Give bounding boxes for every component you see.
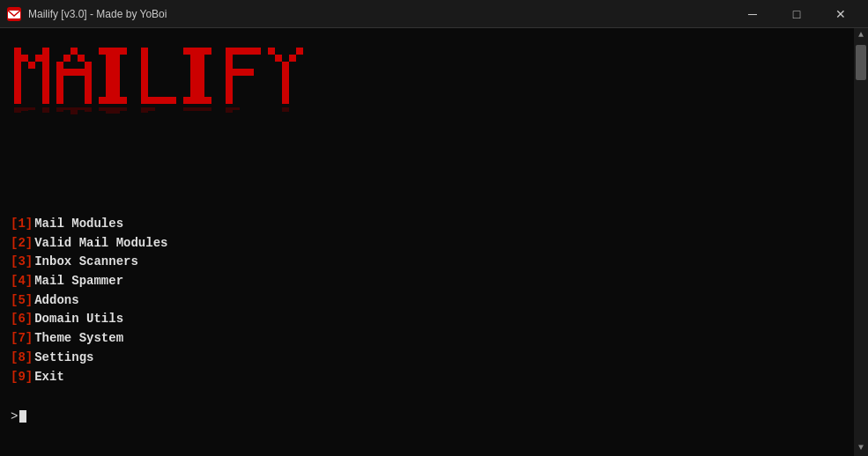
svg-rect-16	[42, 69, 49, 76]
svg-rect-28	[70, 69, 78, 76]
prompt-symbol: >	[11, 409, 18, 423]
svg-rect-72	[226, 83, 233, 90]
window-title: Mailify [v3.0] - Made by YoBoi	[28, 8, 167, 20]
menu-item-3[interactable]: [3]Inbox Scanners	[11, 253, 843, 272]
svg-rect-27	[63, 69, 70, 76]
svg-rect-50	[141, 69, 148, 76]
svg-rect-40	[106, 55, 120, 62]
bracket-close-7: ]	[26, 329, 33, 349]
menu-item-9[interactable]: [9]Exit	[11, 368, 843, 387]
svg-rect-17	[42, 76, 49, 83]
svg-rect-32	[85, 76, 92, 83]
svg-rect-3	[14, 55, 21, 62]
cursor	[19, 410, 26, 423]
svg-rect-49	[141, 62, 148, 69]
svg-rect-95	[42, 107, 49, 113]
logo-container: .px { fill: #cc0000; } .pxd { fill: #550…	[11, 37, 843, 197]
window-controls: ─ □ ✕	[732, 0, 861, 28]
svg-rect-33	[56, 83, 63, 90]
menu-item-4[interactable]: [4]Mail Spammer	[11, 272, 843, 291]
svg-rect-30	[85, 69, 92, 76]
svg-rect-19	[42, 90, 49, 97]
svg-rect-10	[21, 55, 28, 62]
svg-rect-9	[14, 97, 21, 104]
svg-rect-20	[42, 97, 49, 104]
menu-item-6[interactable]: [6]Domain Utils	[11, 310, 843, 329]
svg-rect-58	[169, 97, 176, 104]
menu-number-1: 1	[18, 215, 25, 234]
svg-rect-71	[226, 76, 233, 83]
svg-rect-96	[56, 107, 63, 112]
menu-item-8[interactable]: [8]Settings	[11, 349, 843, 368]
svg-rect-26	[56, 69, 63, 76]
svg-rect-69	[226, 62, 233, 69]
svg-rect-77	[247, 48, 254, 55]
menu-label-4: Mail Spammer	[34, 272, 123, 291]
minimize-button[interactable]: ─	[732, 0, 773, 28]
svg-rect-98	[99, 107, 127, 111]
svg-rect-18	[42, 83, 49, 90]
menu-label-6: Domain Utils	[34, 310, 123, 329]
menu-item-2[interactable]: [2]Valid Mail Modules	[11, 234, 843, 254]
menu-number-6: 6	[18, 310, 25, 329]
svg-rect-79	[233, 69, 240, 76]
svg-rect-42	[106, 69, 120, 76]
scrollbar-thumb[interactable]	[856, 45, 866, 80]
terminal[interactable]: .px { fill: #cc0000; } .pxd { fill: #550…	[0, 28, 854, 456]
svg-rect-73	[226, 90, 233, 97]
svg-rect-43	[106, 76, 120, 83]
bracket-open-8: [	[11, 349, 18, 368]
scrollbar-down-arrow[interactable]: ▼	[858, 443, 864, 452]
bracket-open-9: [	[11, 368, 18, 387]
svg-rect-36	[85, 90, 92, 97]
svg-rect-37	[56, 97, 63, 104]
menu: [1]Mail Modules [2]Valid Mail Modules [3…	[11, 211, 843, 393]
bracket-open-1: [	[11, 215, 18, 234]
svg-rect-93	[21, 107, 28, 111]
svg-rect-103	[226, 107, 233, 113]
svg-rect-41	[106, 62, 120, 69]
svg-rect-44	[106, 83, 120, 90]
svg-rect-108	[63, 107, 70, 110]
bracket-close-2: ]	[26, 234, 33, 254]
svg-rect-107	[70, 112, 78, 114]
svg-rect-15	[42, 62, 49, 69]
svg-rect-74	[226, 97, 233, 104]
svg-rect-85	[289, 55, 296, 62]
svg-rect-86	[282, 62, 289, 69]
svg-rect-14	[42, 55, 49, 62]
close-button[interactable]: ✕	[820, 0, 861, 28]
scrollbar[interactable]: ▲ ▼	[854, 28, 868, 456]
svg-rect-13	[42, 48, 49, 55]
bracket-close-1: ]	[26, 215, 33, 234]
menu-label-7: Theme System	[34, 329, 123, 349]
menu-label-3: Inbox Scanners	[34, 253, 138, 272]
svg-rect-76	[240, 48, 247, 55]
svg-rect-25	[85, 62, 92, 69]
menu-item-7[interactable]: [7]Theme System	[11, 329, 843, 349]
scrollbar-up-arrow[interactable]: ▲	[858, 30, 864, 40]
main-area: .px { fill: #cc0000; } .pxd { fill: #550…	[0, 28, 868, 456]
svg-rect-48	[141, 55, 148, 62]
svg-rect-53	[141, 90, 148, 97]
svg-rect-89	[282, 83, 289, 90]
svg-rect-109	[78, 107, 85, 110]
svg-rect-80	[240, 69, 247, 76]
svg-rect-91	[282, 97, 289, 104]
bracket-close-6: ]	[26, 310, 33, 329]
bracket-close-4: ]	[26, 272, 33, 291]
menu-item-5[interactable]: [5]Addons	[11, 291, 843, 311]
title-bar-left: Mailify [v3.0] - Made by YoBoi	[7, 7, 167, 21]
svg-rect-83	[296, 48, 303, 55]
svg-rect-22	[63, 55, 70, 62]
menu-item-1[interactable]: [1]Mail Modules	[11, 215, 843, 234]
maximize-button[interactable]: □	[776, 0, 817, 28]
menu-label-5: Addons	[34, 291, 78, 311]
svg-rect-21	[56, 62, 63, 69]
prompt-line[interactable]: >	[11, 409, 843, 423]
svg-rect-52	[141, 83, 148, 90]
menu-number-7: 7	[18, 329, 25, 349]
svg-rect-23	[70, 48, 78, 55]
svg-rect-82	[268, 48, 275, 55]
svg-rect-51	[141, 76, 148, 83]
